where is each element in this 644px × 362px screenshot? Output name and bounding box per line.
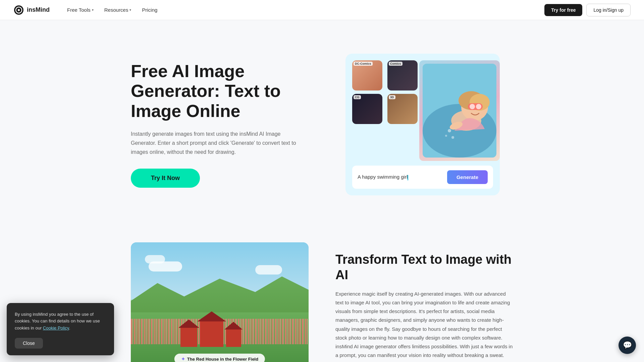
logo[interactable]: insMind [13,5,50,15]
logo-text: insMind [27,6,50,13]
section2-description: Experience magic itself by creating AI-g… [335,290,513,360]
logo-icon [13,5,24,15]
thumbnail-4: 3D [387,94,418,124]
section2-title: Transform Text to Image with AI [335,252,513,283]
hero-section: Free AI Image Generator: Text to Image O… [0,0,644,216]
nav-actions: Try for free Log in/Sign up [544,4,631,16]
section2-image-wrap: ✦ The Red House in the Flower Field [131,242,309,362]
demo-card: DC-Comics Comics CG 3D [345,54,500,195]
cookie-policy-link[interactable]: Cookie Policy [43,325,69,330]
thumbnail-2: Comics [387,60,418,90]
caption-text: The Red House in the Flower Field [187,357,258,362]
section2-caption: ✦ The Red House in the Flower Field [174,354,265,362]
svg-point-13 [448,129,451,132]
nav-links: Free Tools ▾ Resources ▾ Pricing [63,4,544,15]
chevron-down-icon: ▾ [92,8,94,12]
try-free-button[interactable]: Try for free [544,4,582,16]
demo-thumbnails: DC-Comics Comics CG 3D [352,60,419,124]
free-tools-menu[interactable]: Free Tools ▾ [63,4,98,15]
svg-point-2 [18,9,20,11]
thumbnail-3-badge: CG [354,95,361,99]
navbar: insMind Free Tools ▾ Resources ▾ Pricing… [0,0,644,20]
close-cookie-button[interactable]: Close [15,338,43,349]
hero-content: Free AI Image Generator: Text to Image O… [131,61,312,188]
pricing-link[interactable]: Pricing [138,4,161,15]
demo-illustration [423,64,496,158]
prompt-text: A happy swimming girl [358,174,444,180]
generate-button[interactable]: Generate [447,170,488,184]
cookie-text: By using insMind you agree to the use of… [15,311,106,332]
demo-prompt-box[interactable]: A happy swimming girl Generate [352,166,493,189]
svg-point-15 [451,136,454,139]
cookie-banner: By using insMind you agree to the use of… [7,303,114,355]
thumbnail-1: DC-Comics [352,60,382,90]
thumbnail-1-badge: DC-Comics [354,62,373,66]
hero-title: Free AI Image Generator: Text to Image O… [131,61,312,121]
svg-point-10 [470,104,475,109]
cursor [408,175,408,180]
hero-description: Instantly generate images from text usin… [131,129,299,157]
thumbnail-4-badge: 3D [389,95,395,99]
caption-star-icon: ✦ [181,356,185,362]
section2-image [131,242,309,362]
chat-bubble-button[interactable]: 💬 [619,337,636,354]
login-button[interactable]: Log in/Sign up [586,4,631,16]
hero-demo: DC-Comics Comics CG 3D [332,54,513,195]
try-now-button[interactable]: Try It Now [131,169,200,188]
resources-menu[interactable]: Resources ▾ [100,4,136,15]
thumbnail-3: CG [352,94,382,124]
chevron-down-icon: ▾ [129,8,131,12]
demo-main-image [419,60,500,161]
svg-point-14 [445,135,447,137]
chat-icon: 💬 [623,341,632,350]
section2-content: Transform Text to Image with AI Experien… [335,252,513,360]
thumbnail-2-badge: Comics [389,62,402,66]
svg-point-11 [476,104,481,109]
